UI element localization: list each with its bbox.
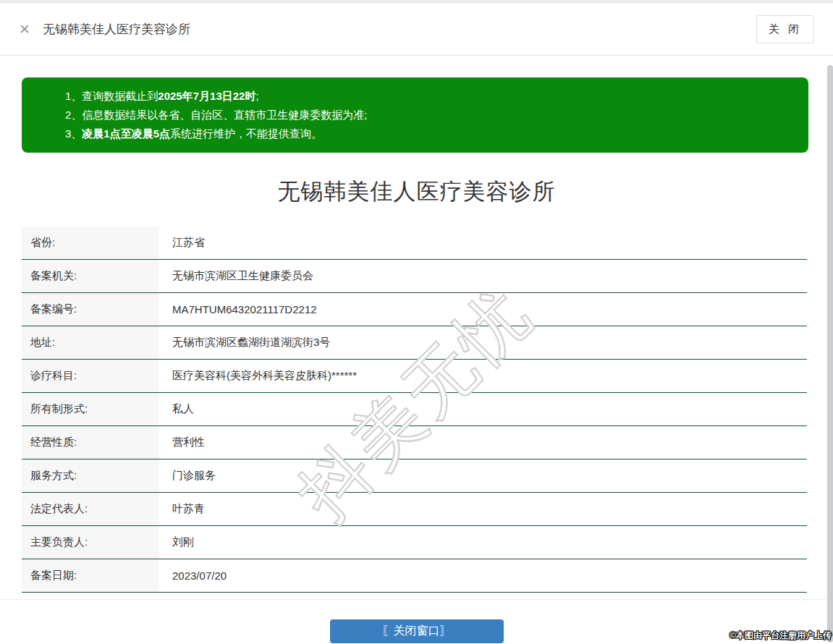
row-value: 2023/07/20	[159, 559, 807, 592]
row-value: MA7HTUM6432021117D2212	[159, 293, 807, 326]
table-row: 备案机关: 无锡市滨湖区卫生健康委员会	[22, 260, 807, 293]
row-label: 诊疗科目:	[22, 360, 159, 392]
close-button[interactable]: 关 闭	[756, 15, 814, 43]
table-row: 诊疗科目: 医疗美容科(美容外科美容皮肤科)******	[22, 360, 807, 393]
row-value: 营利性	[159, 426, 807, 459]
row-label: 省份:	[22, 226, 159, 259]
table-row: 所有制形式: 私人	[22, 393, 807, 426]
row-label: 备案机关:	[22, 260, 159, 292]
row-value: 无锡市滨湖区蠡湖街道湖滨街3号	[159, 326, 807, 359]
row-value: 江苏省	[159, 226, 807, 259]
row-label: 主要负责人:	[22, 526, 159, 559]
table-row: 地址: 无锡市滨湖区蠡湖街道湖滨街3号	[22, 326, 807, 360]
notice-line-3-text: 3、	[65, 127, 82, 140]
row-label: 备案日期:	[22, 559, 159, 592]
table-row: 经营性质: 营利性	[22, 426, 807, 459]
notice-line-2: 2、信息数据结果以各省、自治区、直辖市卫生健康委数据为准;	[65, 106, 794, 124]
notice-box: 1、查询数据截止到2025年7月13日22时; 2、信息数据结果以各省、自治区、…	[22, 77, 808, 153]
notice-line-1-bold: 2025年7月13日22时	[158, 90, 255, 102]
notice-line-3-suffix: 系统进行维护，不能提供查询。	[170, 127, 322, 140]
header-title: 无锡韩美佳人医疗美容诊所	[43, 21, 190, 38]
table-row: 服务方式: 门诊服务	[22, 459, 807, 493]
row-value: 无锡市滨湖区卫生健康委员会	[159, 260, 807, 292]
notice-line-3-bold: 凌晨1点至凌晨5点	[82, 127, 170, 140]
vertical-scrollbar[interactable]	[827, 65, 833, 643]
table-row: 省份: 江苏省	[22, 226, 807, 260]
row-label: 所有制形式:	[22, 393, 159, 425]
notice-line-1-text: 1、查询数据截止到	[65, 90, 158, 102]
footer-button-row: 〖关闭窗口〗	[0, 619, 833, 643]
table-row: 备案日期: 2023/07/20	[22, 559, 807, 593]
row-label: 法定代表人:	[22, 493, 159, 525]
copyright-note: ©本图由平台注册用户上传	[730, 630, 832, 642]
content-area: 1、查询数据截止到2025年7月13日22时; 2、信息数据结果以各省、自治区、…	[0, 77, 833, 643]
row-label: 备案编号:	[22, 293, 159, 326]
page-title: 无锡韩美佳人医疗美容诊所	[0, 177, 833, 207]
row-value: 医疗美容科(美容外科美容皮肤科)******	[159, 360, 807, 392]
notice-line-1: 1、查询数据截止到2025年7月13日22时;	[65, 87, 794, 106]
row-value: 叶苏青	[159, 493, 807, 525]
close-icon[interactable]: ✕	[19, 22, 30, 36]
table-row: 主要负责人: 刘刚	[22, 526, 807, 559]
close-window-button[interactable]: 〖关闭窗口〗	[330, 619, 504, 643]
row-label: 地址:	[22, 326, 159, 359]
table-row: 法定代表人: 叶苏青	[22, 493, 807, 526]
notice-line-3: 3、凌晨1点至凌晨5点系统进行维护，不能提供查询。	[65, 124, 794, 143]
header-bar: ✕ 无锡韩美佳人医疗美容诊所 关 闭	[0, 4, 833, 56]
row-label: 服务方式:	[22, 459, 159, 492]
info-table: 省份: 江苏省 备案机关: 无锡市滨湖区卫生健康委员会 备案编号: MA7HTU…	[22, 226, 807, 593]
section-divider	[0, 599, 833, 600]
row-value: 私人	[159, 393, 807, 425]
notice-line-1-suffix: ;	[255, 90, 258, 102]
notice-line-2-text: 2、信息数据结果以各省、自治区、直辖市卫生健康委数据为准;	[65, 109, 368, 121]
table-row: 备案编号: MA7HTUM6432021117D2212	[22, 293, 807, 326]
row-value: 门诊服务	[159, 459, 807, 492]
row-label: 经营性质:	[22, 426, 159, 459]
row-value: 刘刚	[159, 526, 807, 559]
